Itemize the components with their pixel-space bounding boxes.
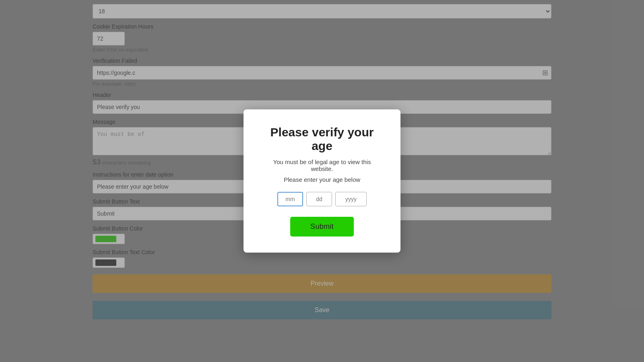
date-input-group: [264, 192, 380, 206]
month-input[interactable]: [277, 192, 303, 206]
modal-overlay: Please verify your age You must be of le…: [0, 0, 644, 362]
modal-title: Please verify your age: [264, 125, 380, 153]
submit-button[interactable]: Submit: [290, 217, 354, 237]
modal-instructions: Please enter your age below: [264, 176, 380, 183]
age-verification-modal: Please verify your age You must be of le…: [244, 109, 400, 253]
modal-subtitle: You must be of legal age to view this we…: [264, 158, 380, 172]
day-input[interactable]: [306, 192, 332, 206]
year-input[interactable]: [335, 192, 367, 206]
